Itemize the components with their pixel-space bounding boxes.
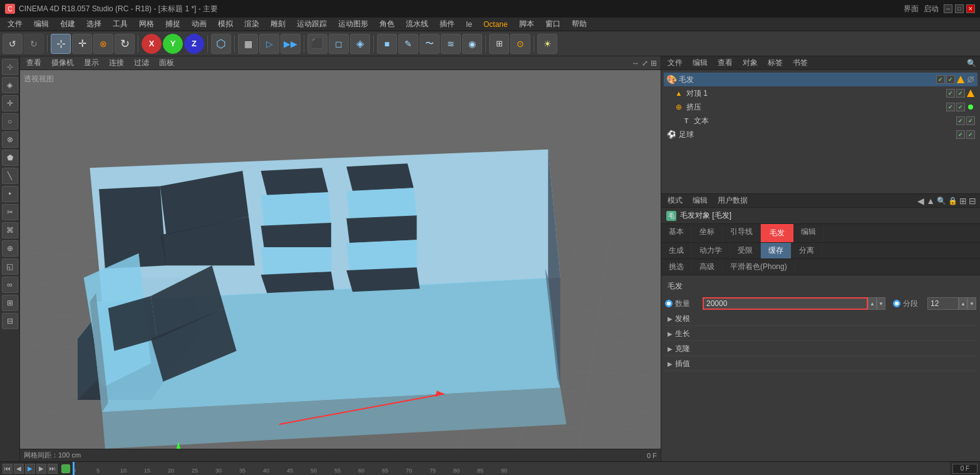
menu-ie[interactable]: Ie xyxy=(461,19,477,30)
vp-view-menu[interactable]: 查看 xyxy=(24,56,44,69)
view-cube-button[interactable]: ⬛ xyxy=(307,34,328,54)
menu-tools[interactable]: 工具 xyxy=(108,18,133,31)
tab-separate[interactable]: 分离 xyxy=(792,243,822,258)
tl-start-button[interactable]: ⏮ xyxy=(3,464,13,474)
viewport-canvas[interactable]: Y Z 透视视图 xyxy=(20,70,661,449)
menu-edit[interactable]: 编辑 xyxy=(29,18,54,31)
menu-mesh[interactable]: 网格 xyxy=(134,18,159,31)
ls-point-button[interactable]: • xyxy=(2,186,18,202)
am-expand-icon[interactable]: ⊞ xyxy=(959,196,967,206)
tab-guides[interactable]: 引导线 xyxy=(723,224,761,242)
om-view-menu[interactable]: 查看 xyxy=(715,56,735,69)
seg-down[interactable]: ▼ xyxy=(967,297,976,310)
ls-rotate-button[interactable]: ○ xyxy=(2,113,18,130)
menu-snap[interactable]: 捕捉 xyxy=(160,18,185,31)
menu-sculpt[interactable]: 雕刻 xyxy=(266,18,291,31)
om-bookmark-menu[interactable]: 书签 xyxy=(790,56,810,69)
grid-button[interactable]: ⊞ xyxy=(489,34,509,54)
om-row-text[interactable]: T 文本 ✓ ✓ xyxy=(664,114,977,128)
z-axis-button[interactable]: Z xyxy=(184,34,204,54)
tl-prev-button[interactable]: ◀ xyxy=(14,464,24,474)
am-lock-icon[interactable]: 🔒 xyxy=(948,197,957,205)
y-axis-button[interactable]: Y xyxy=(163,34,183,54)
seg-input[interactable] xyxy=(927,297,959,310)
fur-check-2[interactable]: ✓ xyxy=(946,75,955,84)
ls-bevel-button[interactable]: ◱ xyxy=(2,258,18,275)
scale-tool-button[interactable]: ⊗ xyxy=(93,34,113,54)
om-edit-menu[interactable]: 编辑 xyxy=(690,56,710,69)
am-mode-menu[interactable]: 模式 xyxy=(665,194,685,207)
om-row-fur[interactable]: 🎨 毛发 ✓ ✓ xyxy=(664,73,977,86)
ls-scale-button[interactable]: ⊗ xyxy=(2,131,18,148)
view-persp-button[interactable]: ◈ xyxy=(350,34,370,54)
tab-hair[interactable]: 毛发 xyxy=(761,224,793,242)
material-button[interactable]: ◉ xyxy=(462,34,482,54)
rotate-tool-button[interactable]: ↻ xyxy=(115,34,135,54)
tab-affected[interactable]: 受限 xyxy=(730,243,761,258)
text-check-1[interactable]: ✓ xyxy=(956,116,965,125)
render-all-button[interactable]: ▶▶ xyxy=(281,34,301,54)
seg-up[interactable]: ▲ xyxy=(959,297,967,310)
extrude-check-2[interactable]: ✓ xyxy=(956,103,965,111)
menu-select[interactable]: 选择 xyxy=(81,18,106,31)
tl-next-button[interactable]: ▶ xyxy=(36,464,46,474)
pen-button[interactable]: ✎ xyxy=(398,34,418,54)
menu-pipeline[interactable]: 流水线 xyxy=(401,18,433,31)
maximize-button[interactable]: □ xyxy=(955,4,964,13)
tab-phong[interactable]: 平滑着色(Phong) xyxy=(723,259,795,275)
am-edit-menu[interactable]: 编辑 xyxy=(690,194,710,207)
am-back-icon[interactable]: ◀ xyxy=(917,196,924,206)
top1-check-1[interactable]: ✓ xyxy=(946,89,955,98)
cube-button[interactable]: ■ xyxy=(377,34,397,54)
vp-camera-menu[interactable]: 摄像机 xyxy=(49,56,76,69)
menu-character[interactable]: 角色 xyxy=(374,18,400,31)
am-collapse-icon[interactable]: ⊟ xyxy=(969,196,976,206)
om-row-extrude[interactable]: ⊕ 挤压 ✓ ✓ xyxy=(664,100,977,114)
ls-connect-button[interactable]: ⊞ xyxy=(2,295,18,311)
collapse-growth[interactable]: ▶ 生长 xyxy=(665,327,976,341)
menu-create[interactable]: 创建 xyxy=(55,18,80,31)
am-up-icon[interactable]: ▲ xyxy=(926,196,935,206)
count-up[interactable]: ▲ xyxy=(868,297,877,310)
timeline-track[interactable]: 0 5 10 15 20 25 30 35 40 45 50 55 60 65 … xyxy=(73,462,950,475)
collapse-interpolate[interactable]: ▶ 插值 xyxy=(665,357,976,371)
ls-loop-button[interactable]: ∞ xyxy=(2,277,18,293)
ls-select-button[interactable]: ◈ xyxy=(2,77,18,93)
tl-play-button[interactable]: ▶ xyxy=(25,464,35,474)
tl-end-button[interactable]: ⏭ xyxy=(48,464,58,474)
om-row-top1[interactable]: ▲ 对顶 1 ✓ ✓ xyxy=(664,86,977,100)
ls-dissolve-button[interactable]: ⊟ xyxy=(2,313,18,329)
menu-help[interactable]: 帮助 xyxy=(567,18,592,31)
render-active-button[interactable]: ▷ xyxy=(259,34,279,54)
count-down[interactable]: ▼ xyxy=(877,297,885,310)
collapse-roots[interactable]: ▶ 发根 xyxy=(665,312,976,326)
ls-edge-button[interactable]: ╲ xyxy=(2,168,18,184)
tab-cache[interactable]: 缓存 xyxy=(761,243,792,258)
tab-edit[interactable]: 编辑 xyxy=(793,224,824,242)
light-button[interactable]: ☀ xyxy=(537,34,557,54)
am-user-data-menu[interactable]: 用户数据 xyxy=(715,194,750,207)
om-tag-menu[interactable]: 标签 xyxy=(765,56,785,69)
ls-polygon-button[interactable]: ⬟ xyxy=(2,150,18,166)
vp-maximize-icon[interactable]: ⊞ xyxy=(651,59,657,68)
om-search-icon[interactable]: 🔍 xyxy=(967,59,976,68)
ls-brush-button[interactable]: ⌘ xyxy=(2,222,18,238)
menu-render[interactable]: 渲染 xyxy=(239,18,264,31)
tab-selection[interactable]: 挑选 xyxy=(661,259,692,275)
menu-file[interactable]: 文件 xyxy=(3,18,28,31)
om-file-menu[interactable]: 文件 xyxy=(665,56,685,69)
tab-coord[interactable]: 坐标 xyxy=(692,224,723,242)
om-row-soccer[interactable]: ⚽ 足球 ✓ ✓ xyxy=(664,128,977,141)
ls-extrude-button[interactable]: ⊕ xyxy=(2,240,18,257)
vp-display-menu[interactable]: 显示 xyxy=(81,56,101,69)
redo-button[interactable]: ↻ xyxy=(24,34,44,54)
ls-move-button[interactable]: ✛ xyxy=(2,95,18,111)
vp-filter-menu[interactable]: 过滤 xyxy=(132,56,152,69)
top1-check-2[interactable]: ✓ xyxy=(956,89,965,98)
om-object-menu[interactable]: 对象 xyxy=(740,56,760,69)
move-tool-button[interactable]: ✛ xyxy=(72,34,92,54)
vp-panel-menu[interactable]: 面板 xyxy=(157,56,177,69)
x-axis-button[interactable]: X xyxy=(142,34,162,54)
coord-button[interactable]: ⬡ xyxy=(211,34,231,54)
soccer-check-2[interactable]: ✓ xyxy=(966,130,975,139)
